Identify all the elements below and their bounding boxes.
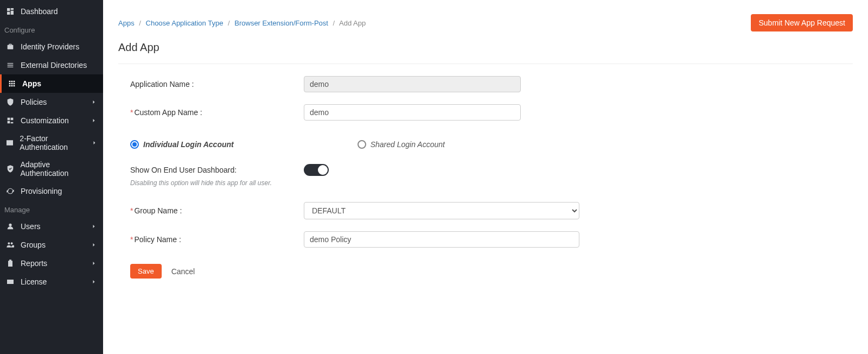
sidebar-item-label: Dashboard [21, 7, 58, 16]
sidebar-item-apps[interactable]: Apps [0, 74, 103, 93]
radio-individual-label: Individual Login Account [143, 140, 234, 149]
sidebar-item-adaptive-auth[interactable]: Adaptive Authentication [0, 156, 103, 182]
dashboard-icon [5, 7, 15, 16]
sidebar-item-label: License [21, 277, 47, 286]
sidebar-item-label: Apps [22, 79, 41, 88]
custom-app-name-input[interactable] [304, 104, 521, 121]
chevron-right-icon [90, 278, 98, 286]
radio-shared-login[interactable]: Shared Login Account [358, 140, 445, 149]
show-dashboard-hint: Disabling this option will hide this app… [130, 179, 715, 187]
shield-check-icon [5, 164, 15, 174]
sidebar-item-users[interactable]: Users [0, 217, 103, 236]
sidebar-item-label: Users [21, 222, 41, 231]
breadcrumb-choose-type[interactable]: Choose Application Type [146, 19, 224, 27]
group-name-label: *Group Name : [130, 206, 304, 215]
save-button[interactable]: Save [130, 264, 162, 279]
breadcrumb: Apps / Choose Application Type / Browser… [118, 19, 366, 27]
policy-name-input[interactable] [304, 231, 579, 248]
policy-name-label: *Policy Name : [130, 235, 304, 244]
submit-new-app-request-button[interactable]: Submit New App Request [751, 14, 853, 31]
custom-app-name-label: *Custom App Name : [130, 108, 304, 117]
main-content: Apps / Choose Application Type / Browser… [103, 0, 868, 354]
apps-icon [7, 79, 17, 88]
customization-icon [5, 116, 15, 125]
sync-icon [5, 186, 15, 196]
radio-shared-label: Shared Login Account [371, 140, 445, 149]
breadcrumb-browser-ext[interactable]: Browser Extension/Form-Post [234, 19, 328, 27]
sidebar-item-label: Customization [21, 116, 69, 125]
sidebar-item-label: Reports [21, 259, 47, 268]
key-icon [5, 138, 14, 148]
sidebar-item-dashboard[interactable]: Dashboard [0, 2, 103, 21]
radio-icon [358, 140, 366, 149]
sidebar-section-configure: Configure [0, 21, 103, 37]
chevron-right-icon [90, 223, 98, 230]
sidebar-item-groups[interactable]: Groups [0, 236, 103, 254]
sidebar-item-policies[interactable]: Policies [0, 93, 103, 111]
briefcase-icon [5, 42, 15, 52]
divider [118, 64, 853, 64]
user-icon [5, 222, 15, 231]
sidebar-item-2fa[interactable]: 2-Factor Authentication [0, 130, 103, 156]
sidebar-item-label: Groups [21, 241, 46, 249]
group-icon [5, 240, 15, 250]
clipboard-icon [5, 258, 15, 268]
chevron-right-icon [90, 117, 98, 124]
group-name-select[interactable]: DEFAULT [304, 202, 579, 219]
login-account-type: Individual Login Account Shared Login Ac… [130, 140, 715, 149]
sidebar-item-reports[interactable]: Reports [0, 254, 103, 273]
sidebar-item-label: Adaptive Authentication [21, 160, 98, 178]
breadcrumb-apps[interactable]: Apps [118, 19, 135, 27]
sidebar-item-license[interactable]: License [0, 273, 103, 291]
sidebar-item-provisioning[interactable]: Provisioning [0, 182, 103, 200]
chevron-right-icon [90, 260, 98, 267]
sidebar-item-label: Policies [21, 98, 47, 106]
radio-icon [130, 140, 139, 149]
sidebar-section-manage: Manage [0, 200, 103, 217]
sidebar-item-label: 2-Factor Authentication [20, 134, 91, 151]
cancel-button[interactable]: Cancel [171, 267, 195, 276]
list-icon [5, 60, 15, 70]
add-app-form: Application Name : *Custom App Name : In… [118, 76, 715, 279]
toggle-knob [318, 165, 328, 175]
show-dashboard-label: Show On End User Dashboard: [130, 166, 304, 174]
application-name-label: Application Name : [130, 80, 304, 88]
sidebar-item-external-directories[interactable]: External Directories [0, 56, 103, 74]
page-title: Add App [118, 41, 853, 54]
show-dashboard-toggle[interactable] [304, 164, 329, 176]
sidebar-item-label: External Directories [21, 61, 87, 69]
sidebar-item-label: Identity Providers [21, 42, 79, 51]
card-icon [5, 277, 15, 287]
application-name-input[interactable] [304, 76, 521, 92]
breadcrumb-current: Add App [339, 19, 366, 27]
topbar: Apps / Choose Application Type / Browser… [118, 14, 853, 31]
sidebar: Dashboard Configure Identity Providers E… [0, 0, 103, 354]
sidebar-item-label: Provisioning [21, 187, 62, 195]
chevron-right-icon [91, 139, 98, 147]
shield-icon [5, 97, 15, 107]
sidebar-item-identity-providers[interactable]: Identity Providers [0, 37, 103, 56]
sidebar-item-customization[interactable]: Customization [0, 111, 103, 130]
radio-individual-login[interactable]: Individual Login Account [130, 140, 234, 149]
chevron-right-icon [90, 98, 98, 106]
chevron-right-icon [90, 241, 98, 249]
